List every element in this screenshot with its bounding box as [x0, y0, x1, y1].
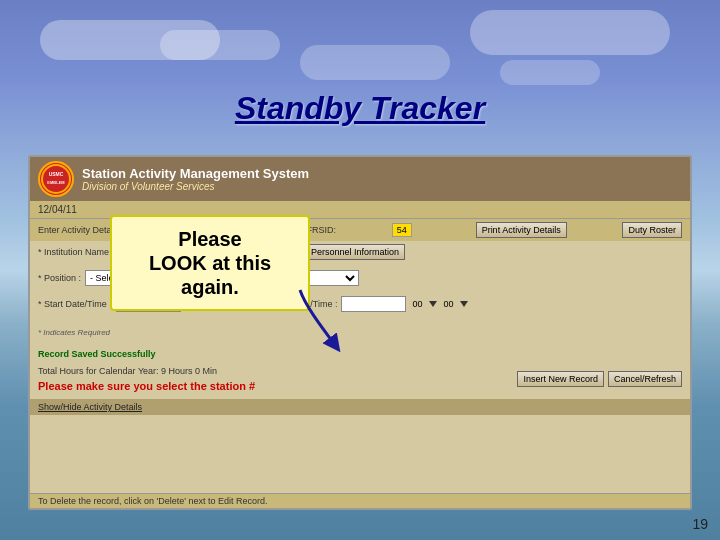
cloud-2	[160, 30, 280, 60]
show-hide-bar: Show/Hide Activity Details	[30, 399, 690, 415]
action-buttons: Insert New Record Cancel/Refresh	[517, 371, 682, 387]
station-warning: Please make sure you select the station …	[38, 380, 255, 392]
division-name: Division of Volunteer Services	[82, 181, 309, 192]
saved-row: Record Saved Successfully	[30, 341, 690, 363]
cancel-refresh-button[interactable]: Cancel/Refresh	[608, 371, 682, 387]
cloud-3	[470, 10, 670, 55]
required-note: * Indicates Required	[38, 328, 110, 337]
popup-text: Please LOOK at this again.	[127, 227, 293, 299]
start-date-label: * Start Date/Time :	[38, 299, 112, 309]
cloud-4	[500, 60, 600, 85]
logo: USMC EMBLEM	[38, 161, 74, 197]
svg-text:USMC: USMC	[49, 171, 64, 177]
title-area: Standby Tracker	[0, 90, 720, 127]
content-box: USMC EMBLEM Station Activity Management …	[28, 155, 692, 510]
frsid-value: 54	[392, 223, 412, 237]
header-bar: USMC EMBLEM Station Activity Management …	[30, 157, 690, 201]
duty-roster-button[interactable]: Duty Roster	[622, 222, 682, 238]
popup-overlay: Please LOOK at this again.	[110, 215, 310, 311]
end-min-icon	[460, 301, 468, 307]
show-hide-label[interactable]: Show/Hide Activity Details	[38, 402, 142, 412]
cloud-5	[300, 45, 450, 80]
end-time-sep: 00	[412, 299, 422, 309]
header-text: Station Activity Management System Divis…	[82, 166, 309, 192]
insert-record-button[interactable]: Insert New Record	[517, 371, 604, 387]
end-date-input[interactable]	[341, 296, 406, 312]
svg-text:EMBLEM: EMBLEM	[47, 180, 65, 185]
footer-note: To Delete the record, click on 'Delete' …	[30, 493, 690, 508]
notes-row: * Indicates Required	[30, 319, 690, 341]
position-label: * Position :	[38, 273, 81, 283]
end-hour-icon	[429, 301, 437, 307]
system-name: Station Activity Management System	[82, 166, 309, 181]
left-bottom: Total Hours for Calendar Year: 9 Hours 0…	[38, 366, 255, 392]
end-min: 00	[443, 299, 453, 309]
frsid-label: FRSID:	[307, 225, 337, 235]
institution-label: * Institution Name	[38, 247, 109, 257]
svg-point-0	[42, 165, 70, 193]
delete-note: To Delete the record, click on 'Delete' …	[38, 496, 268, 506]
print-activity-button[interactable]: Print Activity Details	[476, 222, 567, 238]
page-number: 19	[692, 516, 708, 532]
page-title: Standby Tracker	[235, 90, 485, 126]
total-hours: Total Hours for Calendar Year: 9 Hours 0…	[38, 366, 255, 376]
record-saved-msg: Record Saved Successfully	[38, 349, 156, 359]
bottom-actions-row: Total Hours for Calendar Year: 9 Hours 0…	[30, 363, 690, 395]
personnel-info-button[interactable]: Personnel Information	[305, 244, 405, 260]
nav-date: 12/04/11	[38, 204, 77, 215]
